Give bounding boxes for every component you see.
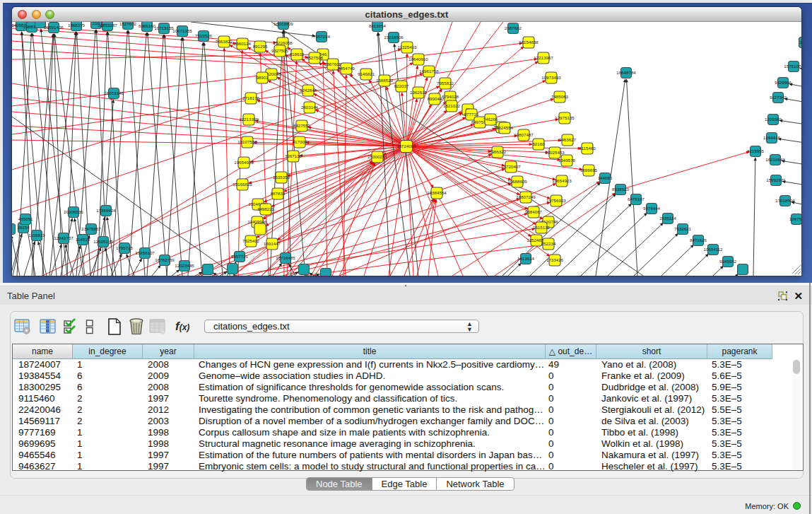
- svg-text:1621022: 1621022: [443, 103, 461, 108]
- svg-text:19756923: 19756923: [546, 198, 566, 203]
- svg-text:19384554: 19384554: [427, 190, 447, 195]
- svg-text:1156819: 1156819: [28, 233, 45, 238]
- svg-text:23975867: 23975867: [81, 226, 101, 231]
- svg-text:16107553: 16107553: [237, 139, 257, 144]
- svg-text:11325419: 11325419: [397, 45, 417, 49]
- svg-text:1588520: 1588520: [376, 78, 394, 83]
- svg-text:10958107: 10958107: [135, 250, 155, 255]
- svg-text:9457721: 9457721: [231, 254, 249, 259]
- svg-text:12213967: 12213967: [534, 55, 553, 60]
- svg-text:9699695: 9699695: [580, 168, 598, 173]
- svg-text:417004: 417004: [293, 139, 307, 144]
- svg-text:746266: 746266: [483, 117, 498, 122]
- svg-text:19654923: 19654923: [552, 178, 572, 183]
- svg-text:9527508: 9527508: [306, 55, 324, 60]
- svg-text:17018504: 17018504: [775, 198, 795, 203]
- svg-text:2718176: 2718176: [242, 95, 260, 100]
- svg-text:19166825: 19166825: [233, 182, 252, 187]
- svg-text:144095: 144095: [598, 175, 613, 180]
- svg-text:2935114: 2935114: [659, 216, 676, 221]
- svg-text:62160: 62160: [532, 141, 545, 146]
- svg-text:7515526: 7515526: [195, 33, 213, 38]
- svg-text:7625402: 7625402: [242, 238, 260, 243]
- svg-text:7663822: 7663822: [216, 39, 233, 44]
- svg-text:1362615: 1362615: [410, 90, 428, 95]
- svg-text:16033809: 16033809: [273, 22, 293, 26]
- svg-text:6794028: 6794028: [442, 94, 459, 99]
- svg-text:7955812: 7955812: [437, 81, 454, 86]
- svg-text:98901: 98901: [256, 75, 269, 80]
- svg-text:9227342: 9227342: [770, 95, 787, 100]
- svg-text:6479197: 6479197: [628, 197, 645, 201]
- svg-text:16210643: 16210643: [765, 157, 785, 162]
- svg-text:8813054: 8813054: [369, 23, 387, 28]
- svg-text:9463627: 9463627: [559, 137, 577, 142]
- svg-text:39154: 39154: [17, 225, 30, 230]
- svg-text:20691406: 20691406: [44, 25, 64, 30]
- svg-text:16961758: 16961758: [419, 69, 439, 74]
- svg-text:7485063: 7485063: [551, 94, 569, 99]
- svg-text:899044: 899044: [428, 96, 442, 101]
- svg-text:15226058: 15226058: [273, 40, 293, 45]
- svg-text:2687682: 2687682: [505, 25, 522, 30]
- svg-text:10853287: 10853287: [98, 23, 117, 28]
- svg-text:9327505: 9327505: [271, 48, 289, 53]
- svg-text:8471626: 8471626: [690, 238, 707, 243]
- svg-text:8454749: 8454749: [338, 66, 355, 71]
- svg-text:9474444: 9474444: [643, 206, 661, 211]
- svg-text:19218506: 19218506: [384, 35, 404, 40]
- svg-text:12023445: 12023445: [175, 263, 194, 268]
- svg-text:9084067: 9084067: [525, 209, 543, 214]
- svg-text:3267130: 3267130: [285, 153, 302, 158]
- svg-text:1527602: 1527602: [119, 22, 137, 26]
- svg-text:6966160: 6966160: [139, 23, 156, 28]
- svg-text:8938923: 8938923: [612, 187, 630, 192]
- svg-text:1615132: 1615132: [533, 225, 551, 230]
- svg-text:435051: 435051: [18, 216, 33, 221]
- svg-text:891295: 891295: [253, 44, 268, 49]
- svg-text:1795725: 1795725: [116, 245, 134, 250]
- svg-text:26053346: 26053346: [104, 90, 124, 95]
- svg-text:252234: 252234: [541, 241, 556, 246]
- svg-text:818632: 818632: [290, 52, 305, 57]
- svg-text:822037: 822037: [394, 83, 409, 88]
- svg-text:9329966: 9329966: [775, 80, 792, 85]
- svg-text:8660124: 8660124: [234, 41, 252, 46]
- svg-text:15751074: 15751074: [784, 64, 801, 69]
- svg-text:12213369: 12213369: [239, 117, 259, 122]
- svg-text:1112: 1112: [800, 40, 801, 45]
- svg-text:10973493: 10973493: [541, 75, 561, 80]
- svg-text:18640910: 18640910: [408, 57, 428, 62]
- svg-text:1535359: 1535359: [273, 175, 290, 180]
- svg-text:1733426: 1733426: [546, 257, 564, 262]
- svg-text:20206536: 20206536: [64, 209, 83, 214]
- svg-text:3498222: 3498222: [257, 206, 275, 211]
- svg-text:1244415: 1244415: [763, 135, 781, 140]
- svg-text:2603144: 2603144: [301, 105, 319, 110]
- svg-text:114519: 114519: [76, 237, 90, 242]
- svg-text:17359924: 17359924: [96, 208, 116, 213]
- svg-text:12975135: 12975135: [555, 115, 575, 120]
- svg-text:1349578: 1349578: [558, 158, 576, 163]
- svg-text:18807249: 18807249: [516, 194, 536, 199]
- svg-text:8215955: 8215955: [747, 148, 765, 153]
- svg-text:7957224: 7957224: [313, 34, 331, 39]
- svg-text:15692971: 15692971: [766, 177, 786, 182]
- svg-text:7632621: 7632621: [674, 226, 692, 231]
- svg-text:16648784: 16648784: [616, 70, 636, 75]
- svg-text:12942757: 12942757: [54, 235, 73, 240]
- svg-text:9242848: 9242848: [300, 88, 317, 93]
- svg-text:1413614: 1413614: [517, 256, 535, 261]
- svg-text:18724007: 18724007: [396, 144, 416, 148]
- svg-text:10654112: 10654112: [703, 247, 723, 252]
- svg-text:15720407: 15720407: [501, 164, 521, 169]
- svg-text:15716485: 15716485: [276, 255, 295, 260]
- svg-text:10671355: 10671355: [172, 28, 192, 33]
- svg-text:887833: 887833: [271, 191, 286, 196]
- svg-text:10807487: 10807487: [514, 132, 534, 137]
- svg-text:977716: 977716: [464, 112, 479, 117]
- svg-text:1691447: 1691447: [264, 241, 281, 246]
- svg-text:12505135: 12505135: [93, 239, 113, 244]
- svg-text:25300215: 25300215: [367, 154, 387, 159]
- svg-text:16154838: 16154838: [519, 40, 539, 45]
